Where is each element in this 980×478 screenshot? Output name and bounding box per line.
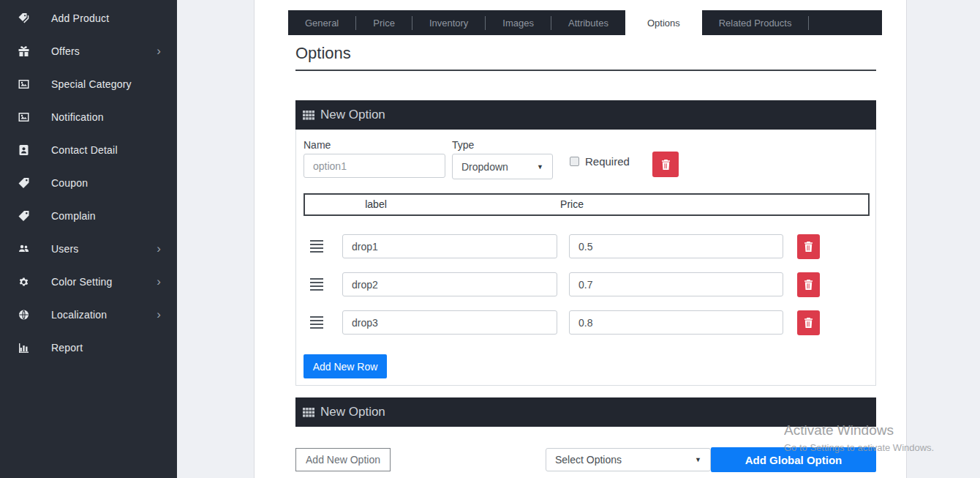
- delete-row-button[interactable]: [797, 310, 820, 335]
- global-options-select-value: Select Options: [555, 454, 622, 466]
- required-checkbox[interactable]: [570, 157, 579, 166]
- global-options-select[interactable]: Select Options ▼: [546, 448, 711, 471]
- sidebar-item-coupon[interactable]: Coupon: [0, 166, 177, 199]
- sidebar-item-special-category[interactable]: Special Category: [0, 67, 177, 100]
- sidebar-item-label: Coupon: [51, 177, 88, 189]
- trash-icon: [804, 242, 813, 252]
- sidebar-item-localization[interactable]: Localization ›: [0, 298, 177, 331]
- sidebar-item-label: Report: [51, 342, 83, 354]
- add-new-row-button[interactable]: Add New Row: [304, 354, 387, 378]
- image-icon: [16, 111, 31, 123]
- sidebar-item-label: Color Setting: [51, 276, 113, 288]
- panel-header: New Option: [295, 397, 876, 427]
- row-label-input[interactable]: [342, 234, 557, 258]
- row-label-input[interactable]: [342, 310, 557, 335]
- image-icon: [16, 78, 31, 90]
- row-drag-handle[interactable]: [310, 278, 323, 291]
- trash-icon: [804, 280, 813, 290]
- tab-options[interactable]: Options: [625, 7, 702, 39]
- sidebar-item-add-product[interactable]: Add Product: [0, 1, 177, 34]
- sidebar-item-label: Notification: [51, 111, 104, 123]
- delete-row-button[interactable]: [797, 272, 820, 297]
- grid-icon: [303, 408, 314, 417]
- row-price-input[interactable]: [569, 234, 783, 258]
- sidebar-item-label: Users: [51, 243, 79, 255]
- tab-inventory[interactable]: Inventory: [412, 10, 485, 35]
- panel-header: New Option: [295, 100, 876, 130]
- delete-row-button[interactable]: [797, 234, 820, 259]
- panel-title: New Option: [320, 108, 385, 122]
- chevron-right-icon: ›: [157, 242, 161, 255]
- sidebar-item-label: Complain: [51, 210, 96, 222]
- gear-icon: [16, 276, 31, 288]
- gift-icon: [16, 45, 31, 57]
- sidebar-item-report[interactable]: Report: [0, 331, 177, 364]
- new-option-panel: New Option Name Type Dropdown ▼ Required…: [295, 100, 876, 386]
- row-drag-handle[interactable]: [310, 316, 323, 329]
- sidebar-item-complain[interactable]: Complain: [0, 199, 177, 232]
- product-tags-icon: [16, 12, 31, 24]
- label-column-header: label: [305, 198, 447, 210]
- tab-attributes[interactable]: Attributes: [551, 10, 625, 35]
- title-divider: [295, 70, 876, 71]
- sidebar-item-color-setting[interactable]: Color Setting ›: [0, 265, 177, 298]
- chevron-right-icon: ›: [157, 45, 161, 57]
- name-label: Name: [304, 139, 331, 151]
- grid-icon: [303, 111, 314, 120]
- tag-icon: [16, 210, 31, 222]
- sidebar-item-label: Contact Detail: [51, 144, 118, 156]
- sidebar-item-offers[interactable]: Offers ›: [0, 34, 177, 67]
- price-column-header: Price: [513, 198, 630, 210]
- new-option-panel-2: New Option: [295, 397, 876, 427]
- trash-icon: [804, 318, 813, 328]
- type-label: Type: [452, 139, 474, 151]
- sidebar-item-notification[interactable]: Notification: [0, 100, 177, 133]
- tab-price[interactable]: Price: [356, 10, 412, 35]
- caret-down-icon: ▼: [537, 163, 543, 171]
- panel-title: New Option: [320, 405, 385, 419]
- users-icon: [16, 243, 31, 255]
- add-new-option-button[interactable]: Add New Option: [295, 448, 391, 471]
- option-type-select[interactable]: Dropdown ▼: [452, 154, 553, 179]
- row-drag-handle[interactable]: [310, 240, 323, 253]
- delete-option-button[interactable]: [652, 152, 679, 177]
- tab-images[interactable]: Images: [486, 10, 551, 35]
- row-price-input[interactable]: [569, 272, 783, 296]
- trash-icon: [661, 160, 671, 170]
- sidebar: Add Product Offers › Special Category No…: [0, 0, 177, 478]
- bar-chart-icon: [16, 342, 31, 354]
- sidebar-item-contact-detail[interactable]: Contact Detail: [0, 133, 177, 166]
- options-table-header: label Price: [304, 193, 870, 216]
- chevron-right-icon: ›: [157, 308, 161, 321]
- type-select-value: Dropdown: [461, 161, 508, 173]
- tab-separator: [808, 16, 809, 30]
- page-title: Options: [295, 44, 351, 63]
- add-global-option-button[interactable]: Add Global Option: [711, 447, 876, 472]
- sidebar-item-label: Special Category: [51, 78, 132, 90]
- main-content-card: General Price Inventory Images Attribute…: [254, 0, 907, 478]
- sidebar-item-label: Localization: [51, 309, 107, 321]
- panel-body: Name Type Dropdown ▼ Required label Pric…: [295, 130, 876, 386]
- row-label-input[interactable]: [342, 272, 557, 296]
- tab-general[interactable]: General: [288, 10, 355, 35]
- globe-icon: [16, 309, 31, 321]
- sidebar-item-label: Offers: [51, 45, 80, 57]
- tab-related-products[interactable]: Related Products: [702, 10, 809, 35]
- sidebar-item-users[interactable]: Users ›: [0, 232, 177, 265]
- row-price-input[interactable]: [569, 310, 783, 335]
- contact-card-icon: [16, 144, 31, 156]
- sidebar-item-label: Add Product: [51, 12, 109, 24]
- chevron-right-icon: ›: [157, 275, 161, 288]
- caret-down-icon: ▼: [695, 456, 701, 463]
- product-tabs: General Price Inventory Images Attribute…: [288, 10, 882, 35]
- tag-icon: [16, 177, 31, 189]
- option-name-input[interactable]: [304, 154, 445, 178]
- required-label: Required: [585, 155, 630, 168]
